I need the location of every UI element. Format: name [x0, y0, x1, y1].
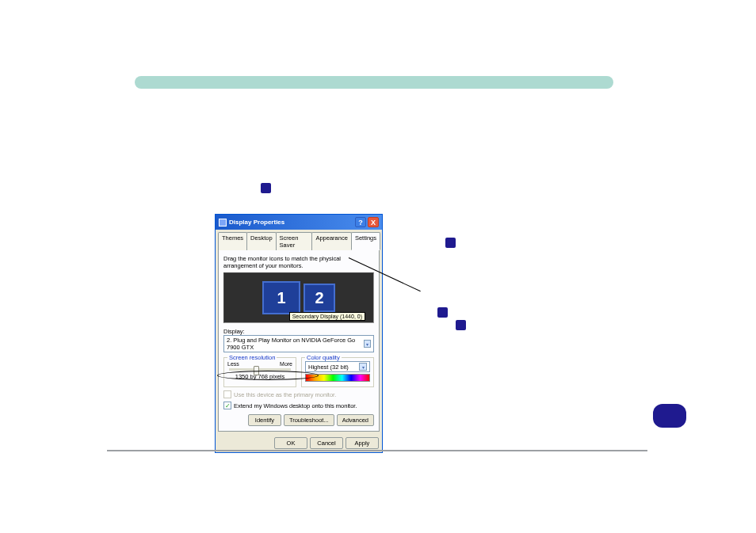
cancel-button[interactable]: Cancel — [310, 437, 343, 449]
color-preview — [305, 374, 370, 382]
help-button[interactable]: ? — [355, 217, 366, 227]
dialog-title: Display Properties — [229, 219, 284, 226]
callout-marker — [261, 183, 271, 193]
troubleshoot-button[interactable]: Troubleshoot... — [284, 414, 334, 426]
checkbox-icon — [223, 390, 231, 398]
resolution-slider[interactable] — [229, 368, 291, 371]
color-group: Color quality Highest (32 bit) ▾ — [301, 357, 374, 387]
tab-themes[interactable]: Themes — [218, 232, 247, 250]
slider-thumb[interactable] — [254, 366, 259, 375]
resolution-value: 1350 by 768 pixels — [227, 373, 292, 380]
resolution-group: Screen resolution Less More 1350 by 768 … — [223, 357, 296, 387]
color-title: Color quality — [305, 354, 342, 361]
checkbox-icon[interactable]: ✓ — [223, 402, 231, 409]
monitor-1[interactable]: 1 — [262, 281, 300, 314]
ok-button[interactable]: OK — [274, 437, 307, 449]
apply-button[interactable]: Apply — [346, 437, 379, 449]
chevron-down-icon: ▾ — [359, 363, 367, 371]
tab-settings[interactable]: Settings — [351, 232, 380, 250]
display-properties-dialog: Display Properties ? X Themes Desktop Sc… — [215, 214, 383, 453]
primary-monitor-checkbox-row: Use this device as the primary monitor. — [223, 390, 374, 398]
bottom-divider — [107, 450, 647, 451]
resolution-title: Screen resolution — [227, 354, 277, 361]
tab-screensaver[interactable]: Screen Saver — [276, 232, 313, 250]
side-badge — [653, 404, 686, 428]
primary-checkbox-label: Use this device as the primary monitor. — [234, 391, 336, 398]
title-bar: Display Properties ? X — [216, 215, 382, 230]
chevron-down-icon: ▾ — [364, 340, 371, 348]
advanced-button[interactable]: Advanced — [337, 414, 374, 426]
extend-checkbox-label: Extend my Windows desktop onto this moni… — [234, 402, 357, 409]
display-dropdown[interactable]: 2. Plug and Play Monitor on NVIDIA GeFor… — [223, 335, 374, 352]
tab-desktop[interactable]: Desktop — [246, 232, 277, 250]
tabs: Themes Desktop Screen Saver Appearance S… — [216, 230, 382, 250]
extend-desktop-checkbox-row[interactable]: ✓ Extend my Windows desktop onto this mo… — [223, 402, 374, 409]
color-dropdown[interactable]: Highest (32 bit) ▾ — [305, 361, 370, 372]
monitor-2[interactable]: 2 — [304, 284, 335, 312]
monitor-tooltip: Secondary Display (1440, 0) — [289, 312, 365, 321]
display-label: Display: — [223, 328, 374, 335]
settings-panel: Drag the monitor icons to match the phys… — [218, 249, 380, 432]
callout-marker — [445, 238, 456, 248]
header-bar — [135, 76, 613, 89]
res-less: Less — [227, 361, 239, 367]
close-button[interactable]: X — [368, 217, 379, 227]
res-more: More — [280, 361, 292, 367]
callout-marker — [456, 320, 466, 330]
instruction-text: Drag the monitor icons to match the phys… — [223, 255, 374, 269]
callout-marker — [437, 307, 448, 318]
color-value: Highest (32 bit) — [308, 364, 349, 371]
tab-appearance[interactable]: Appearance — [311, 232, 351, 250]
display-value: 2. Plug and Play Monitor on NVIDIA GeFor… — [227, 337, 364, 351]
monitor-arrangement[interactable]: 1 2 Secondary Display (1440, 0) — [223, 272, 374, 323]
identify-button[interactable]: Identify — [248, 414, 281, 426]
display-icon — [219, 219, 227, 227]
